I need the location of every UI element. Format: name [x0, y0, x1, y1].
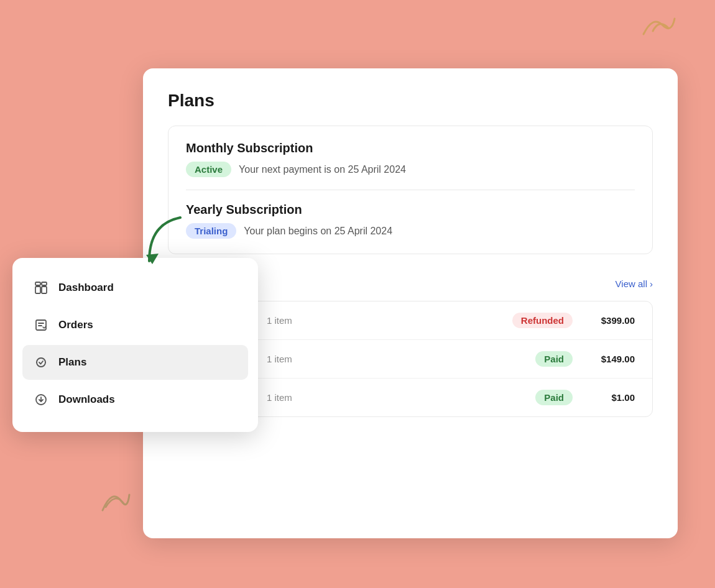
- active-badge: Active: [186, 162, 231, 177]
- svg-rect-3: [35, 287, 40, 293]
- sidebar-item-label: Dashboard: [58, 282, 114, 294]
- svg-rect-5: [36, 320, 46, 330]
- row-items: 1 item: [267, 392, 523, 403]
- page-title: Plans: [168, 91, 653, 111]
- sidebar-item-downloads[interactable]: Downloads: [22, 382, 248, 417]
- yearly-subscription: Yearly Subscription Trialing Your plan b…: [186, 203, 635, 239]
- row-items: 1 item: [267, 354, 523, 364]
- paid-badge: Paid: [535, 351, 573, 367]
- plans-icon: [32, 354, 50, 371]
- row-amount: $1.00: [585, 392, 635, 403]
- subscription-divider: [186, 190, 635, 190]
- svg-rect-2: [42, 282, 47, 285]
- monthly-subscription: Monthly Subscription Active Your next pa…: [186, 141, 635, 177]
- sidebar-item-label: Orders: [58, 319, 93, 331]
- downloads-icon: [32, 391, 50, 408]
- refunded-badge: Refunded: [512, 313, 573, 328]
- yearly-subscription-name: Yearly Subscription: [186, 203, 635, 217]
- sidebar-item-label: Downloads: [58, 393, 115, 406]
- nav-panel: Dashboard Orders Plans: [12, 258, 258, 432]
- yearly-status-text: Your plan begins on 25 April 2024: [244, 226, 392, 237]
- row-amount: $149.00: [585, 354, 635, 364]
- arrow-icon: [124, 205, 199, 280]
- monthly-status-text: Your next payment is on 25 April 2024: [239, 164, 406, 175]
- monthly-subscription-name: Monthly Subscription: [186, 141, 635, 155]
- row-items: 1 item: [267, 315, 500, 326]
- view-all-link[interactable]: View all ›: [616, 278, 653, 289]
- sidebar-item-plans[interactable]: Plans: [22, 345, 248, 380]
- svg-rect-1: [35, 282, 40, 285]
- yearly-status-row: Trialing Your plan begins on 25 April 20…: [186, 223, 635, 239]
- subscription-card: Monthly Subscription Active Your next pa…: [168, 126, 653, 254]
- row-amount: $399.00: [585, 315, 635, 326]
- squiggle-bottom-icon: [99, 482, 131, 513]
- paid-badge-2: Paid: [535, 390, 573, 405]
- orders-icon: [32, 316, 50, 334]
- monthly-status-row: Active Your next payment is on 25 April …: [186, 162, 635, 177]
- sidebar-item-label: Plans: [58, 356, 86, 369]
- chevron-right-icon: ›: [650, 278, 653, 289]
- svg-rect-4: [42, 287, 47, 293]
- sidebar-item-orders[interactable]: Orders: [22, 308, 248, 342]
- svg-marker-0: [146, 254, 159, 264]
- dashboard-icon: [32, 279, 50, 296]
- squiggle-top-icon: [640, 12, 678, 37]
